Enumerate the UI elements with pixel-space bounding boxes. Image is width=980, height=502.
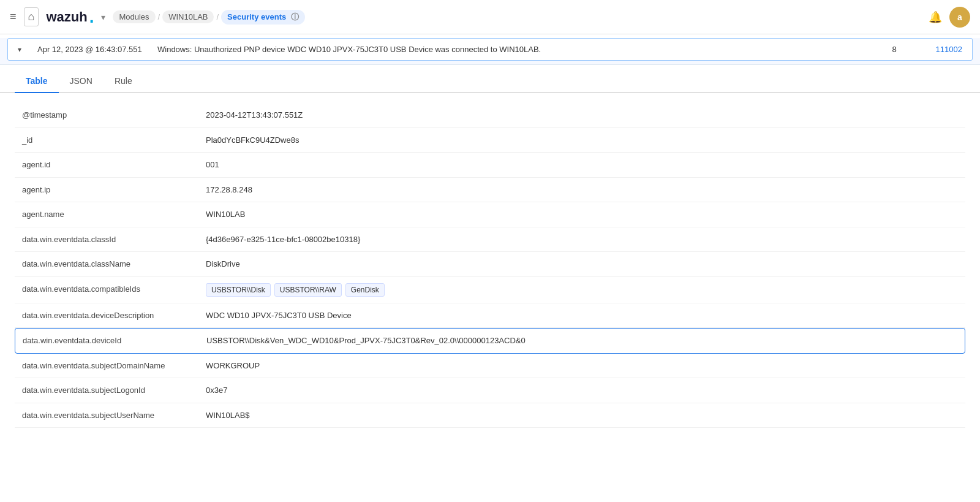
table-row: _idPla0dYcBFkC9U4ZDwe8s: [15, 128, 965, 153]
table-row: data.win.eventdata.subjectLogonId0x3e7: [15, 378, 965, 403]
logo-dot: .: [89, 9, 94, 26]
field-tag: USBSTOR\\RAW: [274, 283, 342, 297]
table-row: agent.id001: [15, 153, 965, 178]
field-value: 2023-04-12T13:43:07.551Z: [206, 109, 958, 121]
event-row[interactable]: ▾ Apr 12, 2023 @ 16:43:07.551 Windows: U…: [7, 38, 973, 61]
tab-table[interactable]: Table: [15, 70, 59, 93]
table-row: data.win.eventdata.deviceDescriptionWDC …: [15, 303, 965, 329]
info-icon: ⓘ: [291, 12, 299, 21]
table-row: @timestamp2023-04-12T13:43:07.551Z: [15, 103, 965, 128]
field-value: 0x3e7: [206, 384, 958, 397]
field-tag: GenDisk: [345, 283, 385, 297]
field-name: data.win.eventdata.subjectLogonId: [22, 384, 206, 397]
field-name: _id: [22, 134, 206, 146]
field-value: USBSTOR\\Disk&Ven_WDC_WD10&Prod_JPVX-75J…: [206, 335, 957, 347]
event-rule-id[interactable]: 111002: [913, 45, 962, 54]
table-row: agent.ip172.28.8.248: [15, 178, 965, 203]
field-value: WIN10LAB: [206, 208, 958, 221]
field-name: data.win.eventdata.deviceId: [23, 335, 206, 347]
topbar-right: 🔔 a: [929, 7, 970, 28]
breadcrumb: Modules / WIN10LAB / Security events ⓘ: [113, 10, 304, 25]
field-value: WORKGROUP: [206, 360, 958, 372]
avatar[interactable]: a: [949, 7, 970, 28]
event-message: Windows: Unauthorized PNP device WDC WD1…: [157, 45, 875, 54]
field-value: DiskDrive: [206, 258, 958, 270]
breadcrumb-modules[interactable]: Modules: [113, 10, 155, 23]
logo-chevron-icon[interactable]: ▾: [101, 12, 105, 22]
breadcrumb-sep-2: /: [216, 12, 219, 21]
field-name: data.win.eventdata.subjectDomainName: [22, 360, 206, 372]
topbar: ≡ ⌂ wazuh. ▾ Modules / WIN10LAB / Securi…: [0, 0, 980, 34]
field-tag: USBSTOR\\Disk: [206, 283, 271, 297]
tab-rule[interactable]: Rule: [104, 70, 143, 93]
field-name: data.win.eventdata.deviceDescription: [22, 310, 206, 322]
field-name: agent.name: [22, 208, 206, 221]
tabs-bar: Table JSON Rule: [0, 70, 980, 93]
breadcrumb-security-events-label: Security events: [227, 12, 286, 21]
field-name: agent.id: [22, 159, 206, 171]
field-name: @timestamp: [22, 109, 206, 121]
home-icon[interactable]: ⌂: [24, 7, 39, 26]
breadcrumb-security-events[interactable]: Security events ⓘ: [221, 10, 305, 25]
field-value: {4d36e967-e325-11ce-bfc1-08002be10318}: [206, 234, 958, 246]
logo-text: wazuh: [46, 9, 87, 25]
event-chevron-icon[interactable]: ▾: [18, 45, 28, 54]
field-value: Pla0dYcBFkC9U4ZDwe8s: [206, 134, 958, 146]
field-value: 001: [206, 159, 958, 171]
breadcrumb-sep-1: /: [158, 12, 160, 21]
field-name: data.win.eventdata.compatibleIds: [22, 283, 206, 295]
field-name: data.win.eventdata.subjectUserName: [22, 409, 206, 422]
wazuh-logo: wazuh.: [46, 9, 94, 26]
field-value: USBSTOR\\DiskUSBSTOR\\RAWGenDisk: [206, 283, 958, 297]
field-name: agent.ip: [22, 184, 206, 196]
field-value: WIN10LAB$: [206, 409, 958, 422]
hamburger-icon[interactable]: ≡: [10, 10, 17, 23]
bell-icon[interactable]: 🔔: [929, 10, 942, 24]
event-row-container: ▾ Apr 12, 2023 @ 16:43:07.551 Windows: U…: [0, 38, 980, 65]
table-row: data.win.eventdata.classNameDiskDrive: [15, 252, 965, 277]
table-row: data.win.eventdata.compatibleIdsUSBSTOR\…: [15, 277, 965, 303]
field-value: WDC WD10 JPVX-75JC3T0 USB Device: [206, 310, 958, 322]
event-timestamp: Apr 12, 2023 @ 16:43:07.551: [37, 45, 148, 54]
table-row: agent.nameWIN10LAB: [15, 202, 965, 227]
table-row: data.win.eventdata.subjectDomainNameWORK…: [15, 354, 965, 379]
table-row: data.win.eventdata.deviceIdUSBSTOR\\Disk…: [15, 328, 965, 354]
event-level: 8: [885, 45, 903, 54]
breadcrumb-win10lab[interactable]: WIN10LAB: [162, 10, 214, 23]
table-row: data.win.eventdata.subjectUserNameWIN10L…: [15, 403, 965, 428]
field-name: data.win.eventdata.className: [22, 258, 206, 270]
table-content: @timestamp2023-04-12T13:43:07.551Z_idPla…: [0, 93, 980, 438]
field-name: data.win.eventdata.classId: [22, 234, 206, 246]
field-value: 172.28.8.248: [206, 184, 958, 196]
tab-json[interactable]: JSON: [59, 70, 104, 93]
table-row: data.win.eventdata.classId{4d36e967-e325…: [15, 227, 965, 253]
